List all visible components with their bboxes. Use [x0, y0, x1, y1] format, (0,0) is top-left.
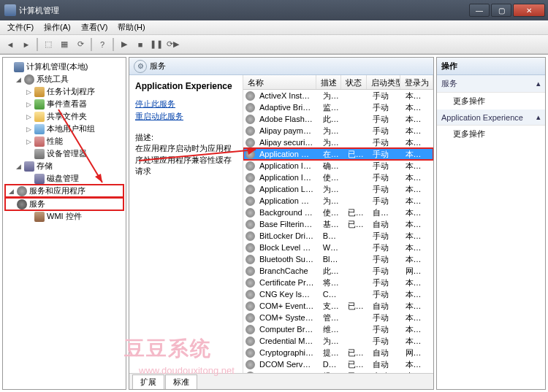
service-icon — [246, 138, 255, 147]
action-pane: 操作 服务▴ 更多操作 Application Experience▴ 更多操作 — [436, 57, 546, 390]
tree-root[interactable]: 计算机管理(本地) — [4, 61, 124, 73]
service-row[interactable]: Alipay security b...为支...手动本地系统 — [243, 137, 433, 148]
tree-systools[interactable]: ◢系统工具 — [4, 73, 124, 85]
tree-servicesapps[interactable]: ◢服务和应用程序 — [4, 184, 124, 198]
center-header: ⚙ 服务 — [129, 58, 433, 75]
window-controls: — ▢ ✕ — [469, 4, 545, 17]
action-more-2[interactable]: 更多操作 — [437, 126, 545, 142]
action-header: 操作 — [437, 58, 545, 75]
service-row[interactable]: Credential Mana...为用...手动本地系统 — [243, 335, 433, 347]
tree-wmi[interactable]: WMI 控件 — [4, 210, 124, 223]
help-button[interactable]: ? — [95, 37, 110, 52]
tree-devicemgr[interactable]: 设备管理器 — [4, 147, 124, 160]
service-icon — [246, 161, 255, 171]
back-button[interactable]: ◄ — [3, 37, 18, 52]
service-row[interactable]: COM+ System A...管理...手动本地系统 — [243, 312, 433, 323]
chevron-up-icon: ▴ — [536, 79, 541, 88]
col-logon[interactable]: 登录为 — [400, 75, 433, 89]
service-icon — [246, 185, 255, 194]
menu-help[interactable]: 帮助(H) — [113, 20, 149, 34]
service-row[interactable]: Application Laye...为 In...手动本地服务 — [243, 183, 433, 195]
service-row[interactable]: Block Level Back...Win...手动本地系统 — [243, 242, 433, 253]
tree-performance[interactable]: ▷性能 — [4, 135, 124, 147]
pause-button[interactable]: ❚❚ — [149, 37, 164, 52]
service-row[interactable]: CNG Key IsolationCNG...手动本地系统 — [243, 288, 433, 300]
service-icon — [246, 360, 255, 369]
action-section-selected[interactable]: Application Experience▴ — [437, 109, 545, 126]
play-button[interactable]: ▶ — [117, 37, 132, 52]
tree-sharedfolders[interactable]: ▷共享文件夹 — [4, 110, 124, 123]
tree-storage[interactable]: ◢存储 — [4, 160, 124, 172]
stop-service-link[interactable]: 停止此服务 — [135, 99, 237, 109]
menubar: 文件(F) 操作(A) 查看(V) 帮助(H) — [0, 20, 548, 35]
service-row[interactable]: Adaptive Brightn...监视...手动本地服务 — [243, 101, 433, 113]
service-icon — [246, 290, 255, 299]
service-icon — [246, 243, 255, 253]
minimize-button[interactable]: — — [469, 4, 490, 17]
up-button[interactable]: ⬚ — [41, 37, 56, 52]
service-row[interactable]: COM+ Event Sys...支持...已启动自动本地服务 — [243, 300, 433, 312]
detail-pane: Application Experience 停止此服务 重启动此服务 描述: … — [129, 75, 243, 373]
service-row[interactable]: Adobe Flash Pla...此服...手动本地系统 — [243, 113, 433, 125]
service-icon — [246, 91, 255, 101]
service-row[interactable]: ActiveX Installer ...为从...手动本地系统 — [243, 90, 433, 101]
service-row[interactable]: Background Inte...使用...已启动自动(延迟...本地系统 — [243, 207, 433, 218]
service-row[interactable]: Application Info...使用...手动本地系统 — [243, 172, 433, 183]
maximize-button[interactable]: ▢ — [491, 4, 511, 17]
refresh-button[interactable]: ⟳ — [73, 37, 88, 52]
service-row[interactable]: BitLocker Drive ...BDE...手动本地系统 — [243, 230, 433, 242]
service-icon — [246, 325, 255, 334]
tab-extended[interactable]: 扩展 — [132, 374, 164, 389]
nav-icon[interactable]: ⚙ — [134, 60, 147, 73]
col-status[interactable]: 状态 — [341, 75, 367, 89]
center-pane: ⚙ 服务 Application Experience 停止此服务 重启动此服务… — [129, 57, 434, 390]
service-row[interactable]: BranchCache此服...手动网络服务 — [243, 265, 433, 277]
service-row[interactable]: Application Man...为通...手动本地系统 — [243, 195, 433, 207]
tab-standard[interactable]: 标准 — [165, 374, 197, 389]
tree-services[interactable]: 服务 — [4, 197, 124, 211]
window-title: 计算机管理 — [3, 5, 469, 16]
service-row[interactable]: Bluetooth Supp...Blu...手动本地服务 — [243, 253, 433, 265]
menu-action[interactable]: 操作(A) — [39, 20, 75, 34]
tree-tasksched[interactable]: ▷任务计划程序 — [4, 85, 124, 98]
service-row[interactable]: Application Expe...在应...已启动手动本地系统 — [243, 148, 433, 160]
col-name[interactable]: 名称 — [243, 75, 316, 89]
menu-view[interactable]: 查看(V) — [77, 20, 113, 34]
close-button[interactable]: ✕ — [513, 4, 545, 17]
toolbar: ◄ ► ⬚ ▦ ⟳ ? ▶ ■ ❚❚ ⟳▶ — [0, 35, 548, 54]
service-icon — [246, 231, 255, 241]
service-row[interactable]: DCOM Server Pr...DCO...已启动自动本地系统 — [243, 358, 433, 370]
desc-text: 在应用程序启动时为应用程序处理应用程序兼容性缓存请求 — [135, 143, 237, 177]
service-row[interactable]: Certificate Propa...将用...手动本地系统 — [243, 277, 433, 288]
service-icon — [246, 278, 255, 288]
restart-button[interactable]: ⟳▶ — [165, 37, 180, 52]
tree-localusers[interactable]: ▷本地用户和组 — [4, 123, 124, 135]
service-icon — [246, 196, 255, 206]
service-row[interactable]: Application Iden...确定...手动本地服务 — [243, 160, 433, 172]
service-icon — [246, 301, 255, 311]
service-icon — [246, 348, 255, 358]
service-row[interactable]: Alipay payment ...为支...手动本地系统 — [243, 125, 433, 137]
restart-service-link[interactable]: 重启动此服务 — [135, 111, 237, 122]
service-row[interactable]: Cryptographic S...提供...已启动自动网络服务 — [243, 347, 433, 358]
menu-file[interactable]: 文件(F) — [3, 20, 38, 34]
tree-eventview[interactable]: ▷事件查看器 — [4, 98, 124, 110]
chevron-up-icon: ▴ — [536, 112, 541, 122]
desc-label: 描述: — [135, 132, 237, 143]
titlebar: 计算机管理 — ▢ ✕ — [0, 0, 548, 20]
service-row[interactable]: Computer Brow...维护...手动本地系统 — [243, 323, 433, 335]
action-section-services[interactable]: 服务▴ — [437, 75, 545, 93]
tree-diskmgmt[interactable]: 磁盘管理 — [4, 172, 124, 185]
properties-button[interactable]: ▦ — [57, 37, 72, 52]
col-desc[interactable]: 描述 — [316, 75, 342, 89]
action-more-1[interactable]: 更多操作 — [437, 93, 545, 109]
forward-button[interactable]: ► — [19, 37, 34, 52]
stop-button[interactable]: ■ — [133, 37, 148, 52]
service-icon — [246, 255, 255, 264]
col-startup[interactable]: 启动类型 — [367, 75, 400, 89]
service-row[interactable]: Base Filtering En...基本...已启动自动本地服务 — [243, 218, 433, 230]
list-header: 名称 描述 状态 启动类型 登录为 — [243, 75, 433, 90]
service-icon — [246, 266, 255, 276]
service-icon — [246, 208, 255, 218]
service-icon — [246, 337, 255, 346]
